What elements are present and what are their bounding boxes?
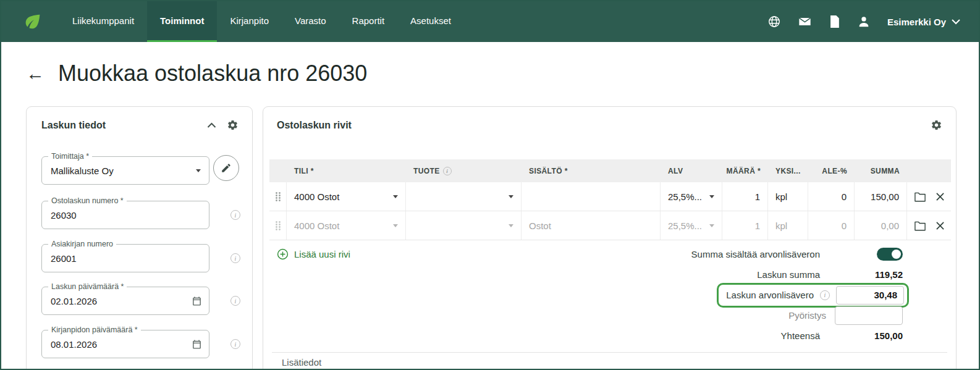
sum-input[interactable]: 0,00 (855, 211, 907, 240)
invoice-sum-row: Laskun summa 119,52 (757, 264, 903, 285)
document-number-input[interactable] (42, 245, 209, 272)
account-select[interactable]: 4000 Ostot (287, 182, 406, 211)
invoice-date-input[interactable] (42, 287, 209, 314)
rounding-row: Pyöristys (788, 305, 903, 326)
edit-supplier-button[interactable] (213, 155, 239, 181)
col-sisalto: SISÄLTÖ * (522, 167, 661, 175)
vat-select[interactable]: 25,5%... (661, 211, 722, 240)
invoice-number-label: Ostolaskun numero * (48, 196, 127, 205)
content-input[interactable] (522, 182, 661, 211)
company-name: Esimerkki Oy (887, 17, 946, 27)
nav-item-varasto[interactable]: Varasto (282, 1, 339, 42)
app-window: Liikekumppanit Toiminnot Kirjanpito Vara… (0, 0, 980, 370)
invoice-rows-title: Ostolaskun rivit (277, 120, 352, 131)
nav-item-asetukset[interactable]: Asetukset (397, 1, 464, 42)
section-divider (272, 352, 947, 353)
collapse-chevron-up-icon[interactable] (207, 122, 216, 128)
nav-item-liikekumppanit[interactable]: Liikekumppanit (59, 1, 147, 42)
delete-row-x-icon[interactable] (936, 222, 944, 230)
mail-icon[interactable] (798, 15, 812, 28)
product-select[interactable] (406, 182, 522, 211)
vat-included-toggle[interactable] (877, 248, 903, 261)
supplier-select[interactable]: Toimittaja * Mallikaluste Oy (41, 156, 209, 185)
total-value: 150,00 (829, 330, 903, 341)
accounting-date-input[interactable] (42, 330, 209, 358)
delete-row-x-icon[interactable] (936, 193, 944, 201)
drag-handle[interactable] (269, 211, 287, 240)
globe-icon[interactable] (767, 15, 781, 28)
account-value: 4000 Ostot (294, 191, 339, 202)
supplier-value: Mallikaluste Oy (42, 157, 209, 184)
invoice-row-empty: 4000 Ostot Ostot 25,5%... 1 kpl 0 0,00 (269, 211, 951, 240)
calendar-icon[interactable] (192, 339, 202, 352)
folder-icon[interactable] (914, 221, 926, 231)
folder-icon[interactable] (914, 191, 926, 202)
chevron-down-icon (393, 195, 398, 198)
chevron-down-icon (952, 19, 960, 25)
back-button[interactable]: ← (26, 64, 44, 83)
invoice-date-field: Laskun päivämäärä * (41, 287, 209, 315)
rows-settings-gear-icon[interactable] (931, 119, 942, 131)
rounding-label: Pyöristys (788, 310, 826, 321)
info-icon[interactable]: i (820, 290, 830, 300)
invoice-details-title: Laskun tiedot (41, 120, 106, 131)
document-number-label: Asiakirjan numero (48, 240, 116, 248)
quantity-input[interactable]: 1 (722, 211, 768, 240)
rounding-input[interactable] (835, 306, 903, 325)
info-icon[interactable]: i (230, 339, 240, 349)
nav-item-toiminnot[interactable]: Toiminnot (147, 1, 217, 42)
top-navbar: Liikekumppanit Toiminnot Kirjanpito Vara… (1, 1, 979, 42)
page-header: ← Muokkaa ostolaskua nro 26030 (26, 61, 367, 86)
add-row-button[interactable]: Lisää uusi rivi (277, 244, 350, 264)
content-input[interactable]: Ostot (522, 211, 661, 240)
invoice-sum-label: Laskun summa (757, 269, 820, 280)
main-menu: Liikekumppanit Toiminnot Kirjanpito Vara… (59, 1, 464, 42)
row-actions (907, 211, 951, 240)
unit-input[interactable]: kpl (768, 211, 808, 240)
navbar-right-tools: Esimerkki Oy (767, 1, 979, 42)
nav-item-kirjanpito[interactable]: Kirjanpito (217, 1, 282, 42)
invoice-vat-input[interactable] (836, 286, 904, 305)
col-tuote-label: TUOTE (413, 167, 440, 175)
supplier-label: Toimittaja * (48, 152, 92, 161)
content-placeholder: Ostot (529, 221, 551, 231)
drag-handle[interactable] (269, 182, 287, 211)
product-select[interactable] (406, 211, 522, 240)
totals-panel: Summa sisältää arvonlisäveron Laskun sum… (691, 244, 903, 346)
table-header-row: TILI * TUOTE i SISÄLTÖ * ALV MÄÄRÄ * YKS… (269, 159, 951, 182)
more-info-section-label: Lisätiedot (282, 357, 321, 368)
vat-included-label: Summa sisältää arvonlisäveron (691, 249, 820, 259)
document-icon[interactable] (829, 15, 840, 28)
row-actions (907, 182, 951, 211)
chevron-down-icon (196, 169, 201, 172)
app-logo-leaf-icon[interactable] (22, 1, 43, 42)
accounting-date-field: Kirjanpidon päivämäärä * (41, 330, 209, 358)
total-label: Yhteensä (781, 330, 820, 341)
unit-input[interactable]: kpl (768, 182, 808, 211)
nav-item-raportit[interactable]: Raportit (339, 1, 398, 42)
chevron-down-icon (393, 224, 398, 227)
info-icon[interactable]: i (230, 296, 240, 306)
info-icon[interactable]: i (230, 210, 240, 220)
col-alv: ALV (661, 167, 722, 175)
vat-included-row: Summa sisältää arvonlisäveron (691, 244, 903, 264)
company-selector[interactable]: Esimerkki Oy (887, 17, 960, 27)
plus-circle-icon (277, 248, 289, 260)
account-select[interactable]: 4000 Ostot (287, 211, 406, 240)
card-settings-gear-icon[interactable] (227, 119, 239, 131)
discount-input[interactable]: 0 (808, 211, 855, 240)
calendar-icon[interactable] (192, 296, 202, 309)
discount-input[interactable]: 0 (808, 182, 855, 211)
pencil-icon (221, 162, 232, 174)
vat-select[interactable]: 25,5%... (661, 182, 722, 211)
invoice-vat-row: Laskun arvonlisävero i (717, 285, 903, 305)
user-icon[interactable] (857, 15, 871, 28)
total-row: Yhteensä 150,00 (781, 326, 903, 346)
col-tuote: TUOTE i (406, 167, 522, 175)
quantity-input[interactable]: 1 (722, 182, 768, 211)
info-icon[interactable]: i (230, 253, 240, 263)
info-icon[interactable]: i (443, 167, 452, 175)
sum-input[interactable]: 150,00 (855, 182, 907, 211)
invoice-number-input[interactable] (42, 201, 209, 229)
chevron-down-icon (709, 195, 714, 198)
